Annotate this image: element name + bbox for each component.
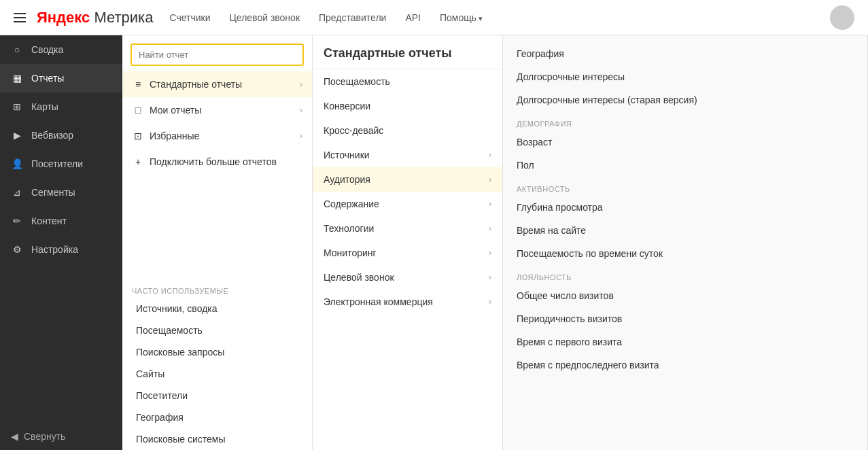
sidebar-label-webvisor: Вебвизор <box>31 130 73 141</box>
menu-item-standard[interactable]: ≡ Стандартные отчеты › <box>122 71 312 97</box>
frequent-item-6[interactable]: Поисковые системы <box>122 428 312 450</box>
submenu-monitoring[interactable]: Мониторинг › <box>313 241 502 265</box>
search-input[interactable] <box>131 44 304 66</box>
panel-2-title: Стандартные отчеты <box>313 35 502 69</box>
submenu-label-crossdevice: Кросс-девайс <box>324 125 383 136</box>
content-icon: ✏ <box>11 215 23 227</box>
sidebar-item-settings[interactable]: ⚙ Настройка <box>0 235 122 264</box>
sidebar-item-webvisor[interactable]: ▶ Вебвизор <box>0 121 122 150</box>
favorites-icon: ⊡ <box>132 130 144 142</box>
svodka-icon: ○ <box>11 44 23 56</box>
detail-item-prev-visit-time[interactable]: Время с предпоследнего визита <box>503 353 867 377</box>
frequent-item-5[interactable]: География <box>122 406 312 428</box>
sidebar-item-svodka[interactable]: ○ Сводка <box>0 35 122 64</box>
sidebar-label-settings: Настройка <box>31 244 78 255</box>
submenu-ecommerce[interactable]: Электронная коммерция › <box>313 290 502 314</box>
header-nav: Счетчики Целевой звонок Представители AP… <box>169 12 830 23</box>
sidebar-item-reports[interactable]: ▦ Отчеты <box>0 64 122 92</box>
detail-item-first-visit-time[interactable]: Время с первого визита <box>503 330 867 353</box>
sidebar-label-maps: Карты <box>31 101 58 112</box>
chevron-right-icon-2: › <box>300 105 302 115</box>
detail-item-interests[interactable]: Долгосрочные интересы <box>503 65 867 88</box>
sidebar-label-svodka: Сводка <box>31 44 63 55</box>
frequent-item-0[interactable]: Источники, сводка <box>122 298 312 319</box>
header: Яндекс Метрика Счетчики Целевой звонок П… <box>0 0 868 35</box>
frequent-item-2[interactable]: Поисковые запросы <box>122 341 312 363</box>
submenu-label-tech: Технологии <box>324 223 374 234</box>
logo-metrika: Метрика <box>94 9 153 26</box>
submenu-label-audience: Аудитория <box>324 174 370 185</box>
menu-label-my: Мои отчеты <box>150 105 201 116</box>
main-layout: ○ Сводка ▦ Отчеты ⊞ Карты ▶ Вебвизор 👤 П… <box>0 35 868 450</box>
detail-item-interests-old[interactable]: Долгосрочные интересы (старая версия) <box>503 88 867 111</box>
panel-1: ≡ Стандартные отчеты › □ Мои отчеты › ⊡ … <box>122 35 313 450</box>
menu-label-standard: Стандартные отчеты <box>150 79 242 90</box>
detail-item-depth[interactable]: Глубина просмотра <box>503 196 867 219</box>
my-reports-icon: □ <box>132 104 144 116</box>
nav-reps[interactable]: Представители <box>319 12 386 23</box>
collapse-button[interactable]: ◀ Свернуть <box>0 423 122 450</box>
frequent-item-4[interactable]: Посетители <box>122 385 312 406</box>
submenu-list: Посещаемость Конверсии Кросс-девайс Исто… <box>313 69 502 450</box>
logo-yandex: Яндекс <box>37 9 90 26</box>
segments-icon: ⊿ <box>11 186 23 198</box>
section-activity: АКТИВНОСТЬ <box>503 177 867 196</box>
detail-item-gender[interactable]: Пол <box>503 154 867 177</box>
nav-help[interactable]: Помощь <box>440 12 483 23</box>
submenu-label-call: Целевой звонок <box>324 272 394 283</box>
detail-item-time-on-site[interactable]: Время на сайте <box>503 219 867 242</box>
menu-item-add-reports[interactable]: + Подключить больше отчетов <box>122 149 312 175</box>
sidebar-label-reports: Отчеты <box>31 73 64 84</box>
collapse-label: Свернуть <box>24 431 65 442</box>
menu-list: ≡ Стандартные отчеты › □ Мои отчеты › ⊡ … <box>122 71 312 280</box>
frequent-item-1[interactable]: Посещаемость <box>122 319 312 341</box>
chevron-right-sub-icon-6: › <box>489 273 491 282</box>
chevron-right-sub-icon-5: › <box>489 248 491 258</box>
sidebar-label-visitors: Посетители <box>31 158 83 169</box>
submenu-call[interactable]: Целевой звонок › <box>313 265 502 290</box>
sidebar: ○ Сводка ▦ Отчеты ⊞ Карты ▶ Вебвизор 👤 П… <box>0 35 122 450</box>
reports-icon: ▦ <box>11 72 23 84</box>
visitors-icon: 👤 <box>11 158 23 170</box>
avatar[interactable] <box>830 5 854 30</box>
detail-item-age[interactable]: Возраст <box>503 131 867 154</box>
collapse-icon: ◀ <box>11 431 18 442</box>
section-demographics: ДЕМОГРАФИЯ <box>503 111 867 131</box>
chevron-right-sub-icon-3: › <box>489 199 491 209</box>
nav-counters[interactable]: Счетчики <box>169 12 210 23</box>
sidebar-item-content[interactable]: ✏ Контент <box>0 207 122 235</box>
sidebar-item-segments[interactable]: ⊿ Сегменты <box>0 178 122 207</box>
section-loyalty: ЛОЯЛЬНОСТЬ <box>503 265 867 284</box>
nav-call[interactable]: Целевой звонок <box>229 12 300 23</box>
panel-2: Стандартные отчеты Посещаемость Конверси… <box>313 35 503 450</box>
menu-item-my-reports[interactable]: □ Мои отчеты › <box>122 97 312 123</box>
nav-api[interactable]: API <box>405 12 421 23</box>
chevron-right-icon: › <box>300 80 302 89</box>
chevron-right-sub-icon-7: › <box>489 297 491 307</box>
submenu-sources[interactable]: Источники › <box>313 143 502 167</box>
content-area: ≡ Стандартные отчеты › □ Мои отчеты › ⊡ … <box>122 35 868 450</box>
submenu-crossdevice[interactable]: Кросс-девайс <box>313 118 502 143</box>
add-icon: + <box>132 156 144 168</box>
submenu-visits[interactable]: Посещаемость <box>313 69 502 94</box>
detail-item-visit-time[interactable]: Посещаемость по времени суток <box>503 242 867 265</box>
submenu-technologies[interactable]: Технологии › <box>313 216 502 241</box>
submenu-label-monitoring: Мониторинг <box>324 247 377 258</box>
panel-3: География Долгосрочные интересы Долгосро… <box>503 35 868 450</box>
sidebar-item-maps[interactable]: ⊞ Карты <box>0 92 122 121</box>
menu-item-favorites[interactable]: ⊡ Избранные › <box>122 123 312 149</box>
chevron-right-icon-3: › <box>300 131 302 141</box>
submenu-conversions[interactable]: Конверсии <box>313 94 502 118</box>
webvisor-icon: ▶ <box>11 129 23 141</box>
detail-item-total-visits[interactable]: Общее число визитов <box>503 284 867 307</box>
detail-item-visit-frequency[interactable]: Периодичность визитов <box>503 307 867 330</box>
sidebar-item-visitors[interactable]: 👤 Посетители <box>0 150 122 178</box>
detail-item-geo[interactable]: География <box>503 42 867 65</box>
submenu-content[interactable]: Содержание › <box>313 192 502 216</box>
chevron-right-sub-icon: › <box>489 150 491 160</box>
hamburger-button[interactable] <box>14 13 26 22</box>
frequent-item-3[interactable]: Сайты <box>122 363 312 385</box>
chevron-right-sub-icon-2: › <box>489 175 491 184</box>
submenu-audience[interactable]: Аудитория › <box>313 167 502 192</box>
menu-label-add: Подключить больше отчетов <box>150 156 277 167</box>
